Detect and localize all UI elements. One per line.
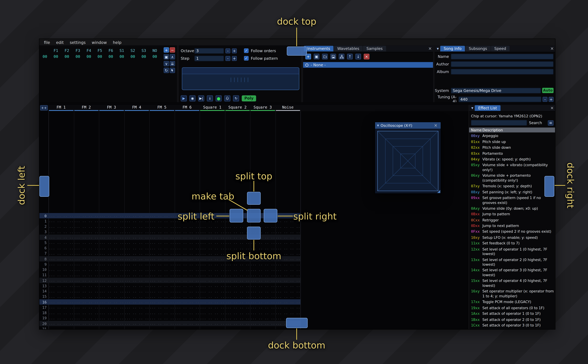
orders-cell[interactable]: 00 bbox=[149, 55, 160, 59]
resize-grip[interactable] bbox=[437, 190, 440, 193]
dock-target-right[interactable] bbox=[544, 176, 554, 197]
split-target-bottom[interactable] bbox=[247, 227, 261, 240]
pattern-cell[interactable]: ... .. .. .. bbox=[48, 235, 74, 239]
add-effect-column-button[interactable]: ++ bbox=[40, 105, 48, 110]
pattern-cell[interactable]: ... .. .. .. bbox=[99, 316, 124, 320]
pattern-cell[interactable]: ... .. .. .. bbox=[48, 246, 74, 250]
tuning-decrease-button[interactable]: - bbox=[543, 97, 548, 102]
channel-header-fm-4[interactable]: FM 4 bbox=[124, 105, 149, 111]
pattern-cell[interactable]: ... .. .. .. bbox=[48, 322, 74, 325]
pattern-cell[interactable]: ... .. .. .. bbox=[99, 279, 124, 282]
pattern-cell[interactable]: ... .. .. .. bbox=[74, 289, 99, 293]
pattern-cell[interactable]: ... .. .. .. bbox=[99, 268, 124, 272]
instruments-close-button[interactable]: × bbox=[427, 46, 433, 51]
channel-header-square-3[interactable]: Square 3 bbox=[250, 105, 275, 111]
pattern-cell[interactable]: ... .. .. .. bbox=[74, 273, 99, 277]
pattern-cell[interactable]: ... .. .. .. bbox=[99, 262, 124, 266]
pattern-cell[interactable]: ... .. .. .. bbox=[48, 257, 74, 261]
pattern-cell[interactable]: ... .. .. .. bbox=[99, 230, 124, 234]
pattern-cell[interactable]: ... .. .. .. bbox=[48, 306, 74, 309]
effect-row[interactable]: 04xyVibrato (x: speed; y: depth) bbox=[469, 156, 555, 162]
pattern-cell[interactable]: ... .. .. .. bbox=[124, 246, 149, 250]
pattern-cell[interactable]: ... .. .. .. bbox=[74, 322, 99, 325]
pattern-cell[interactable]: ... .. .. .. bbox=[250, 289, 275, 293]
orders-cell[interactable]: 00 bbox=[83, 55, 94, 59]
effect-row[interactable]: 14xxSet level of operator 3 (0 highest, … bbox=[469, 267, 555, 278]
collapse-icon[interactable]: ▼ bbox=[470, 107, 475, 110]
pattern-cell[interactable]: ... .. .. .. bbox=[124, 300, 149, 304]
metronome-button[interactable] bbox=[224, 95, 230, 102]
pattern-cell[interactable]: ... .. .. .. bbox=[275, 289, 300, 293]
pattern-cell[interactable]: ... .. .. .. bbox=[174, 316, 200, 320]
pattern-cell[interactable]: ... .. .. .. bbox=[174, 273, 200, 277]
tab-samples[interactable]: Samples bbox=[363, 46, 386, 52]
tab-effect-list[interactable]: Effect List bbox=[475, 105, 500, 111]
pattern-cell[interactable]: ... .. .. .. bbox=[275, 311, 300, 315]
channel-header-fm-2[interactable]: FM 2 bbox=[74, 105, 99, 111]
pattern-cell[interactable]: ... .. .. .. bbox=[225, 230, 250, 234]
pattern-cell[interactable]: ... .. .. .. bbox=[124, 252, 149, 255]
pattern-cell[interactable]: ... .. .. .. bbox=[250, 322, 275, 325]
tuning-input[interactable]: 440 bbox=[458, 96, 542, 102]
pattern-cell[interactable]: ... .. .. .. bbox=[174, 230, 200, 234]
pattern-cell[interactable]: ... .. .. .. bbox=[275, 300, 300, 304]
pattern-cell[interactable]: ... .. .. .. bbox=[200, 262, 225, 266]
instrument-clone-button[interactable]: ▣ bbox=[314, 54, 319, 59]
pattern-cell[interactable]: ... .. .. .. bbox=[74, 316, 99, 320]
oscilloscope-window[interactable]: ▼ Oscilloscope (X-Y) × bbox=[375, 122, 441, 194]
pattern-cell[interactable]: ... .. .. .. bbox=[99, 289, 124, 293]
pattern-cell[interactable]: ... .. .. .. bbox=[200, 230, 225, 234]
oscilloscope-titlebar[interactable]: ▼ Oscilloscope (X-Y) × bbox=[375, 122, 441, 129]
tuning-increase-button[interactable]: + bbox=[548, 97, 554, 102]
tab-instruments[interactable]: Instruments bbox=[304, 46, 334, 52]
menu-item-window[interactable]: window bbox=[89, 40, 110, 45]
pattern-cell[interactable]: ... .. .. .. bbox=[99, 311, 124, 315]
pattern-cell[interactable]: ... .. .. .. bbox=[225, 316, 250, 320]
oscilloscope-close-button[interactable]: × bbox=[433, 123, 439, 128]
pattern-cell[interactable]: ... .. .. .. bbox=[149, 246, 174, 250]
step-row-button[interactable]: ↓ bbox=[207, 95, 213, 102]
instrument-open-button[interactable] bbox=[322, 54, 328, 59]
pattern-cell[interactable]: ... .. .. .. bbox=[48, 327, 74, 329]
pattern-cell[interactable]: ... .. .. .. bbox=[124, 322, 149, 325]
orders-cell[interactable]: 00 bbox=[127, 55, 138, 59]
order-change-all-button[interactable]: ↻ bbox=[164, 68, 169, 73]
order-add-button[interactable]: + bbox=[164, 47, 169, 53]
pattern-cell[interactable]: ... .. .. .. bbox=[149, 322, 174, 325]
pattern-cell[interactable]: ... .. .. .. bbox=[275, 306, 300, 309]
pattern-cell[interactable]: ... .. .. .. bbox=[74, 279, 99, 282]
pattern-cell[interactable]: ... .. .. .. bbox=[124, 219, 149, 223]
pattern-cell[interactable]: ... .. .. .. bbox=[149, 279, 174, 282]
name-input[interactable] bbox=[451, 53, 554, 59]
pattern-cell[interactable]: ... .. .. .. bbox=[124, 235, 149, 239]
collapse-icon[interactable]: ▼ bbox=[377, 124, 379, 127]
order-duplicate-button[interactable]: ▣ bbox=[164, 54, 169, 59]
pattern-cell[interactable]: ... .. .. .. bbox=[124, 241, 149, 245]
instrument-save-button[interactable] bbox=[330, 54, 336, 59]
menu-item-settings[interactable]: settings bbox=[67, 40, 89, 45]
pattern-cell[interactable]: ... .. .. .. bbox=[48, 268, 74, 272]
pattern-cell[interactable]: ... .. .. .. bbox=[74, 306, 99, 309]
pattern-cell[interactable]: ... .. .. .. bbox=[48, 316, 74, 320]
pattern-cell[interactable]: ... .. .. .. bbox=[74, 241, 99, 245]
system-input[interactable]: Sega Genesis/Mega Drive bbox=[451, 88, 541, 93]
effect-row[interactable]: 1BxxSet attack of operator 2 (0 to 1F) bbox=[469, 317, 555, 323]
play-button[interactable]: ▶ bbox=[181, 95, 187, 102]
pattern-cell[interactable]: ... .. .. .. bbox=[275, 246, 300, 250]
pattern-cell[interactable]: ... .. .. .. bbox=[48, 219, 74, 223]
repeat-pattern-button[interactable]: ↻ bbox=[233, 95, 239, 102]
channel-header-fm-5[interactable]: FM 5 bbox=[149, 105, 174, 111]
pattern-cell[interactable]: ... .. .. .. bbox=[200, 235, 225, 239]
pattern-cell[interactable]: ... .. .. .. bbox=[174, 257, 200, 261]
pattern-cell[interactable]: ... .. .. .. bbox=[99, 241, 124, 245]
pattern-cell[interactable]: ... .. .. .. bbox=[200, 246, 225, 250]
channel-header-noise[interactable]: Noise bbox=[275, 105, 300, 111]
effect-row[interactable]: 07xyTremolo (x: speed; y: depth) bbox=[469, 183, 555, 189]
pattern-cell[interactable]: ... .. .. .. bbox=[124, 262, 149, 266]
pattern-cell[interactable]: ... .. .. .. bbox=[250, 300, 275, 304]
poly-toggle-button[interactable]: Poly bbox=[242, 95, 256, 102]
pattern-cell[interactable]: ... .. .. .. bbox=[200, 295, 225, 299]
pattern-cell[interactable]: ... .. .. .. bbox=[99, 284, 124, 288]
pattern-cell[interactable]: ... .. .. .. bbox=[48, 284, 74, 288]
pattern-cell[interactable]: ... .. .. .. bbox=[225, 235, 250, 239]
